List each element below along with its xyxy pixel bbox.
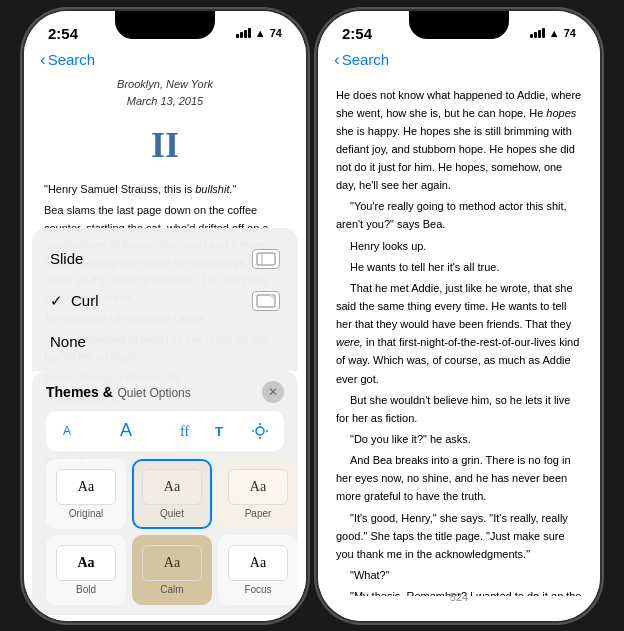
left-phone: 2:54 ▲ 74 ‹ S [24, 11, 306, 621]
check-mark: ✓ [50, 292, 63, 310]
theme-original[interactable]: Aa Original [46, 459, 126, 529]
theme-calm-label: Calm [160, 584, 183, 595]
slide-option-slide-label: Slide [50, 250, 83, 267]
theme-focus[interactable]: Aa Focus [218, 535, 298, 605]
themes-title-text: Themes & [46, 384, 113, 400]
right-para-10: "What?" [336, 566, 582, 584]
themes-toolbar: Themes & Quiet Options ✕ A A ff [32, 371, 298, 615]
themes-header: Themes & Quiet Options ✕ [46, 381, 284, 403]
right-para-8: And Bea breaks into a grin. There is no … [336, 451, 582, 505]
curl-option-label: Curl [71, 292, 99, 309]
theme-grid: Aa Original Aa Quiet Aa Paper Aa [46, 459, 284, 605]
theme-original-preview: Aa [56, 469, 116, 505]
theme-bold[interactable]: Aa Bold [46, 535, 126, 605]
battery-left: 74 [270, 27, 282, 39]
overlay-panel: Slide ✓ Curl [24, 228, 306, 621]
chevron-left-icon: ‹ [40, 50, 46, 70]
theme-quiet[interactable]: Aa Quiet [132, 459, 212, 529]
notch [115, 11, 215, 39]
slide-options-panel: Slide ✓ Curl [32, 228, 298, 371]
font-size-row: A A ff T [46, 411, 284, 451]
theme-calm-preview: Aa [142, 545, 202, 581]
signal-icon-right [530, 28, 545, 38]
slide-icon [252, 249, 280, 269]
book-para-1: "Henry Samuel Strauss, this is bullshit.… [44, 181, 286, 199]
svg-text:T: T [215, 424, 223, 439]
right-phone: 2:54 ▲ 74 ‹ S [318, 11, 600, 621]
notch-right [409, 11, 509, 39]
chevron-right-icon: ‹ [334, 50, 340, 70]
theme-paper-preview: Aa [228, 469, 288, 505]
back-label-right: Search [342, 51, 390, 68]
slide-option-slide[interactable]: Slide [32, 238, 298, 280]
status-icons-left: ▲ 74 [236, 27, 282, 39]
font-style-icons: ff T [174, 417, 274, 445]
theme-paper-label: Paper [245, 508, 272, 519]
theme-bold-preview: Aa [56, 545, 116, 581]
time-left: 2:54 [48, 25, 78, 42]
book-content-right: He does not know what happened to Addie,… [318, 76, 600, 596]
back-button-left[interactable]: ‹ Search [40, 50, 95, 70]
book-location: Brooklyn, New YorkMarch 13, 2015 [44, 76, 286, 110]
back-label-left: Search [48, 51, 96, 68]
right-para-2: "You're really going to method actor thi… [336, 197, 582, 233]
wifi-icon-left: ▲ [255, 27, 266, 39]
font-brightness-icon[interactable] [246, 417, 274, 445]
close-button[interactable]: ✕ [262, 381, 284, 403]
time-right: 2:54 [342, 25, 372, 42]
right-para-6: But she wouldn't believe him, so he lets… [336, 391, 582, 427]
right-para-3: Henry looks up. [336, 237, 582, 255]
theme-focus-label: Focus [244, 584, 271, 595]
themes-title: Themes & Quiet Options [46, 383, 191, 401]
bar1 [236, 34, 239, 38]
nav-bar-right: ‹ Search [318, 46, 600, 76]
back-button-right[interactable]: ‹ Search [334, 50, 389, 70]
slide-option-none[interactable]: None [32, 322, 298, 361]
right-para-9: "It's good, Henry," she says. "It's real… [336, 509, 582, 563]
bar4 [248, 28, 251, 38]
theme-calm[interactable]: Aa Calm [132, 535, 212, 605]
signal-icon-left [236, 28, 251, 38]
slide-option-curl[interactable]: ✓ Curl [32, 280, 298, 322]
chapter-number: II [44, 118, 286, 174]
theme-focus-preview: Aa [228, 545, 288, 581]
theme-bold-label: Bold [76, 584, 96, 595]
right-para-4: He wants to tell her it's all true. [336, 258, 582, 276]
right-para-1: He does not know what happened to Addie,… [336, 86, 582, 195]
battery-right: 74 [564, 27, 576, 39]
themes-subtitle: Quiet Options [117, 386, 190, 400]
theme-quiet-label: Quiet [160, 508, 184, 519]
svg-rect-0 [257, 253, 275, 265]
font-increase-button[interactable]: A [115, 420, 137, 441]
bar2 [240, 32, 243, 38]
svg-text:ff: ff [180, 424, 189, 439]
page-number: 524 [450, 591, 468, 603]
font-style-serif-icon[interactable]: ff [174, 417, 202, 445]
font-decrease-button[interactable]: A [56, 424, 78, 438]
wifi-icon-right: ▲ [549, 27, 560, 39]
left-phone-screen: 2:54 ▲ 74 ‹ S [24, 11, 306, 621]
right-para-5: That he met Addie, just like he wrote, t… [336, 279, 582, 388]
theme-quiet-preview: Aa [142, 469, 202, 505]
theme-original-label: Original [69, 508, 103, 519]
right-phone-screen: 2:54 ▲ 74 ‹ S [318, 11, 600, 621]
svg-point-5 [256, 427, 264, 435]
phones-container: 2:54 ▲ 74 ‹ S [24, 11, 600, 621]
curl-icon [252, 291, 280, 311]
nav-bar-left: ‹ Search [24, 46, 306, 76]
none-option-label: None [50, 333, 86, 350]
theme-paper[interactable]: Aa Paper [218, 459, 298, 529]
right-para-7: "Do you like it?" he asks. [336, 430, 582, 448]
font-style-bold-icon[interactable]: T [210, 417, 238, 445]
status-icons-right: ▲ 74 [530, 27, 576, 39]
bar3 [244, 30, 247, 38]
